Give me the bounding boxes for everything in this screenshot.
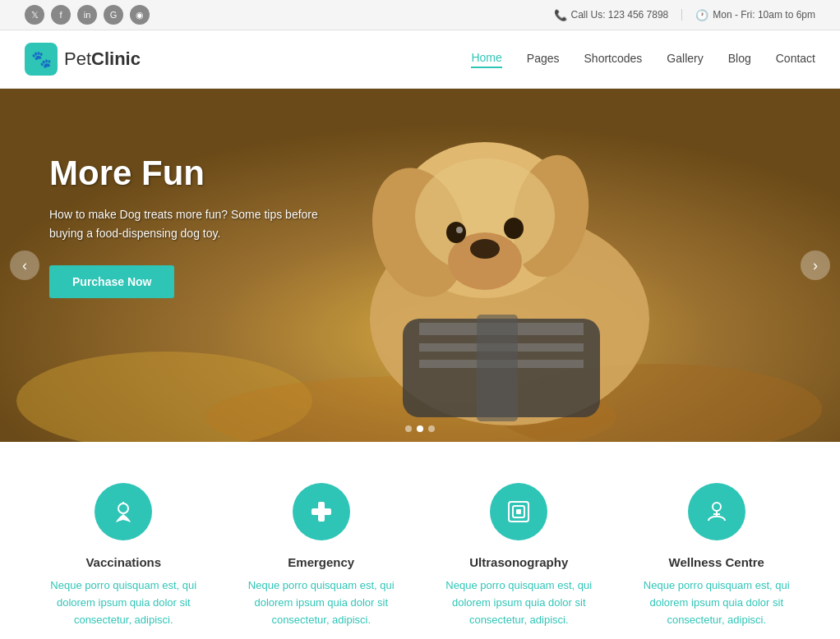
vaccinations-icon bbox=[95, 483, 152, 540]
twitter-icon[interactable]: 𝕏 bbox=[25, 5, 44, 25]
svg-point-10 bbox=[470, 239, 500, 259]
top-bar: 𝕏 f in G ◉ 📞 Call Us: 123 456 7898 🕐 Mon… bbox=[0, 0, 840, 30]
logo-text-light: Pet bbox=[64, 48, 91, 69]
phone-number: Call Us: 123 456 7898 bbox=[571, 9, 669, 21]
emergency-icon bbox=[293, 483, 350, 540]
ultrasonography-title: Ultrasonography bbox=[469, 555, 568, 569]
svg-point-20 bbox=[118, 503, 128, 513]
svg-point-13 bbox=[456, 227, 463, 233]
slider-next-button[interactable]: › bbox=[801, 251, 830, 280]
logo[interactable]: 🐾 PetClinic bbox=[25, 43, 141, 76]
nav-shortcodes[interactable]: Shortcodes bbox=[584, 52, 643, 67]
svg-rect-23 bbox=[312, 508, 331, 515]
hours-contact: 🕐 Mon - Fri: 10am to 6pm bbox=[695, 9, 815, 21]
clock-icon: 🕐 bbox=[695, 9, 708, 21]
hero-subtitle: How to make Dog treats more fun? Some ti… bbox=[49, 205, 329, 242]
slider-dots bbox=[405, 425, 435, 432]
facebook-icon[interactable]: f bbox=[51, 5, 71, 25]
nav-gallery[interactable]: Gallery bbox=[667, 52, 703, 67]
ultrasonography-desc: Neque porro quisquam est, qui dolorem ip… bbox=[436, 577, 601, 628]
services-section: Vaccinations Neque porro quisquam est, q… bbox=[0, 442, 840, 639]
rss-icon[interactable]: ◉ bbox=[130, 5, 150, 25]
logo-icon: 🐾 bbox=[25, 43, 58, 76]
svg-point-12 bbox=[504, 218, 524, 239]
slider-dot-3[interactable] bbox=[428, 425, 435, 432]
vaccinations-desc: Neque porro quisquam est, qui dolorem ip… bbox=[41, 577, 205, 628]
business-hours: Mon - Fri: 10am to 6pm bbox=[713, 9, 815, 21]
purchase-now-button[interactable]: Purchase Now bbox=[49, 265, 174, 298]
hero-content: More Fun How to make Dog treats more fun… bbox=[49, 154, 329, 298]
nav-pages[interactable]: Pages bbox=[527, 52, 560, 67]
wellness-desc: Neque porro quisquam est, qui dolorem ip… bbox=[635, 577, 799, 628]
emergency-desc: Neque porro quisquam est, qui dolorem ip… bbox=[239, 577, 404, 628]
logo-text: PetClinic bbox=[64, 48, 141, 70]
service-vaccinations: Vaccinations Neque porro quisquam est, q… bbox=[41, 483, 205, 628]
service-emergency: Emergency Neque porro quisquam est, qui … bbox=[239, 483, 404, 628]
svg-point-11 bbox=[446, 222, 466, 243]
phone-contact: 📞 Call Us: 123 456 7898 bbox=[554, 9, 669, 21]
main-nav: Home Pages Shortcodes Gallery Blog Conta… bbox=[471, 51, 815, 68]
service-ultrasonography: Ultrasonography Neque porro quisquam est… bbox=[436, 483, 601, 628]
hero-title: More Fun bbox=[49, 154, 329, 192]
nav-contact[interactable]: Contact bbox=[776, 52, 815, 67]
svg-rect-18 bbox=[477, 315, 518, 421]
nav-blog[interactable]: Blog bbox=[728, 52, 751, 67]
contact-divider bbox=[681, 9, 682, 21]
slider-dot-1[interactable] bbox=[405, 425, 412, 432]
google-plus-icon[interactable]: G bbox=[104, 5, 123, 25]
svg-rect-26 bbox=[516, 509, 521, 514]
service-wellness: Wellness Centre Neque porro quisquam est… bbox=[635, 483, 799, 628]
slider-prev-button[interactable]: ‹ bbox=[10, 251, 39, 280]
top-contact: 📞 Call Us: 123 456 7898 🕐 Mon - Fri: 10a… bbox=[554, 9, 815, 21]
emergency-title: Emergency bbox=[288, 555, 354, 569]
wellness-title: Wellness Centre bbox=[669, 555, 764, 569]
nav-home[interactable]: Home bbox=[471, 51, 501, 68]
linkedin-icon[interactable]: in bbox=[77, 5, 97, 25]
phone-icon: 📞 bbox=[554, 9, 567, 21]
ultrasonography-icon bbox=[490, 483, 547, 540]
social-icons: 𝕏 f in G ◉ bbox=[25, 5, 150, 25]
vaccinations-title: Vaccinations bbox=[85, 555, 161, 569]
hero-slider: More Fun How to make Dog treats more fun… bbox=[0, 89, 840, 442]
svg-point-27 bbox=[713, 503, 721, 511]
header: 🐾 PetClinic Home Pages Shortcodes Galler… bbox=[0, 30, 840, 89]
wellness-icon bbox=[688, 483, 745, 540]
logo-text-bold: Clinic bbox=[91, 48, 141, 69]
slider-dot-2[interactable] bbox=[417, 425, 423, 432]
